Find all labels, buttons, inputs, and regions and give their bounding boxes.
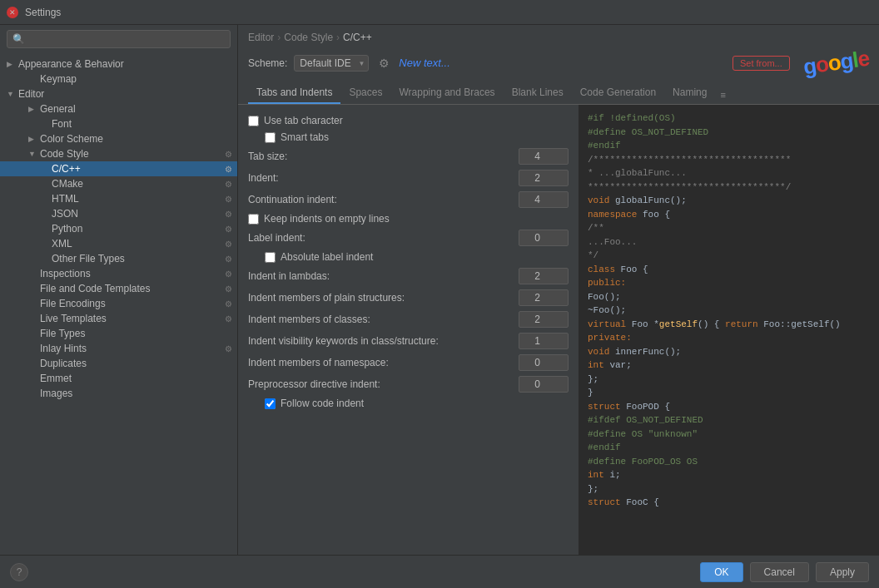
gear-icon: ⚙: [225, 150, 232, 159]
sidebar-item-label: Appearance & Behavior: [18, 58, 124, 70]
code-line: };: [588, 484, 598, 494]
smart-tabs-row: Smart tabs: [248, 131, 569, 143]
scheme-select[interactable]: Default IDE: [294, 55, 369, 72]
indent-lambdas-label: Indent in lambdas:: [248, 270, 514, 282]
tabs-bar: Tabs and Indents Spaces Wrapping and Bra…: [238, 82, 879, 105]
set-from-button[interactable]: Set from...: [732, 56, 790, 71]
sidebar-item-emmet[interactable]: Emmet: [0, 371, 237, 386]
sidebar-item-file-types[interactable]: File Types: [0, 326, 237, 341]
sidebar-item-file-code-templates[interactable]: File and Code Templates ⚙: [0, 281, 237, 296]
sidebar-item-cpp[interactable]: C/C++ ⚙: [0, 161, 237, 176]
help-button[interactable]: ?: [10, 563, 28, 581]
tab-tabs-indents[interactable]: Tabs and Indents: [248, 82, 340, 104]
code-line: struct FooC {: [588, 497, 659, 507]
ok-button[interactable]: OK: [700, 562, 742, 582]
code-line: private:: [588, 333, 632, 343]
new-text-label: New text...: [399, 57, 449, 69]
continuation-indent-label: Continuation indent:: [248, 194, 514, 205]
code-line: class Foo {: [588, 264, 648, 274]
sidebar-item-duplicates[interactable]: Duplicates: [0, 356, 237, 371]
indent-plain-input[interactable]: [519, 289, 569, 306]
code-line: int i;: [588, 470, 621, 480]
sidebar-item-images[interactable]: Images: [0, 386, 237, 401]
tab-naming[interactable]: Naming: [664, 82, 715, 104]
absolute-label-checkbox[interactable]: [265, 252, 276, 263]
sidebar-item-html[interactable]: HTML ⚙: [0, 191, 237, 206]
tab-size-label: Tab size:: [248, 151, 514, 162]
indent-visibility-row: Indent visibility keywords in class/stru…: [248, 333, 569, 349]
sidebar-item-label: Inlay Hints: [40, 343, 87, 354]
scheme-gear-button[interactable]: ⚙: [375, 55, 392, 72]
tab-wrapping[interactable]: Wrapping and Braces: [390, 82, 503, 104]
code-preview: #if !defined(OS) #define OS_NOT_DEFINED …: [579, 105, 879, 555]
sidebar-item-appearance[interactable]: ▶ Appearance & Behavior: [0, 57, 237, 72]
sidebar-item-inlay-hints[interactable]: Inlay Hints ⚙: [0, 341, 237, 356]
sidebar-item-label: File Encodings: [40, 298, 106, 309]
indent-label: Indent:: [248, 172, 514, 184]
indent-lambdas-input[interactable]: [519, 268, 569, 284]
sidebar-item-color-scheme[interactable]: ▶ Color Scheme: [0, 131, 237, 146]
tab-spaces[interactable]: Spaces: [340, 82, 390, 104]
close-button[interactable]: ✕: [7, 7, 18, 18]
code-line: int var;: [588, 360, 632, 370]
scheme-label: Scheme:: [248, 57, 287, 69]
sidebar-item-label: Editor: [18, 88, 44, 100]
arrow-icon: ▶: [28, 105, 40, 113]
tab-blank-lines[interactable]: Blank Lines: [504, 82, 572, 104]
sidebar-item-other-file-types[interactable]: Other File Types ⚙: [0, 251, 237, 266]
indent-namespace-input[interactable]: [519, 354, 569, 371]
follow-code-indent-checkbox[interactable]: [265, 398, 276, 409]
breadcrumb-cpp: C/C++: [343, 32, 372, 43]
smart-tabs-checkbox[interactable]: [265, 132, 276, 143]
sidebar-item-file-encodings[interactable]: File Encodings ⚙: [0, 296, 237, 311]
breadcrumb-sep1: ›: [277, 32, 281, 43]
indent-namespace-row: Indent members of namespace:: [248, 354, 569, 371]
indent-classes-label: Indent members of classes:: [248, 314, 514, 325]
right-panel: Editor › Code Style › C/C++ Scheme: Defa…: [238, 25, 879, 555]
code-line: #if !defined(OS): [588, 113, 676, 123]
sidebar-item-live-templates[interactable]: Live Templates ⚙: [0, 311, 237, 326]
sidebar-item-font[interactable]: Font: [0, 116, 237, 131]
sidebar-item-keymap[interactable]: Keymap: [0, 72, 237, 86]
search-input[interactable]: [7, 30, 231, 48]
sidebar-item-xml[interactable]: XML ⚙: [0, 236, 237, 251]
indent-visibility-input[interactable]: [519, 333, 569, 349]
use-tab-character-checkbox[interactable]: [248, 116, 259, 126]
tab-size-input[interactable]: [519, 148, 569, 165]
sidebar-item-label: C/C++: [52, 163, 81, 175]
indent-input[interactable]: [519, 170, 569, 186]
label-indent-input[interactable]: [519, 230, 569, 246]
preprocessor-indent-input[interactable]: [519, 376, 569, 393]
cancel-button[interactable]: Cancel: [750, 562, 809, 582]
breadcrumb-sep2: ›: [336, 32, 340, 43]
sidebar-item-label: Font: [52, 118, 72, 130]
sidebar-item-label: General: [40, 103, 76, 115]
sidebar-item-editor[interactable]: ▼ Editor: [0, 86, 237, 101]
gear-icon: ⚙: [225, 195, 232, 204]
scheme-bar: Scheme: Default IDE ⚙ New text... Set fr…: [238, 47, 879, 82]
sidebar-item-label: Images: [40, 388, 72, 399]
sidebar-item-general[interactable]: ▶ General: [0, 101, 237, 116]
sidebar-item-cmake[interactable]: CMake ⚙: [0, 176, 237, 191]
sidebar-tree: ▶ Appearance & Behavior Keymap ▼ Editor …: [0, 53, 237, 555]
sidebar-item-label: Live Templates: [40, 313, 107, 324]
sidebar-item-label: XML: [52, 238, 72, 250]
apply-button[interactable]: Apply: [816, 562, 869, 582]
sidebar-item-label: Inspections: [40, 268, 91, 279]
sidebar-item-json[interactable]: JSON ⚙: [0, 206, 237, 221]
keep-indents-checkbox[interactable]: [248, 214, 259, 225]
settings-window: ✕ Settings ▶ Appearance & Behavior Keyma…: [0, 0, 879, 588]
sidebar-item-inspections[interactable]: Inspections ⚙: [0, 266, 237, 281]
code-line: #ifdef OS_NOT_DEFINED: [588, 415, 703, 425]
code-line: /**: [588, 223, 604, 233]
indent-classes-row: Indent members of classes:: [248, 311, 569, 328]
tab-more-button[interactable]: ≡: [715, 86, 730, 104]
continuation-indent-input[interactable]: [519, 191, 569, 208]
tab-code-gen[interactable]: Code Generation: [572, 82, 664, 104]
window-title: Settings: [25, 7, 61, 18]
label-indent-row: Label indent:: [248, 230, 569, 246]
sidebar-item-python[interactable]: Python ⚙: [0, 221, 237, 236]
sidebar-item-label: Other File Types: [52, 253, 125, 264]
sidebar-item-code-style[interactable]: ▼ Code Style ⚙: [0, 146, 237, 161]
indent-classes-input[interactable]: [519, 311, 569, 328]
